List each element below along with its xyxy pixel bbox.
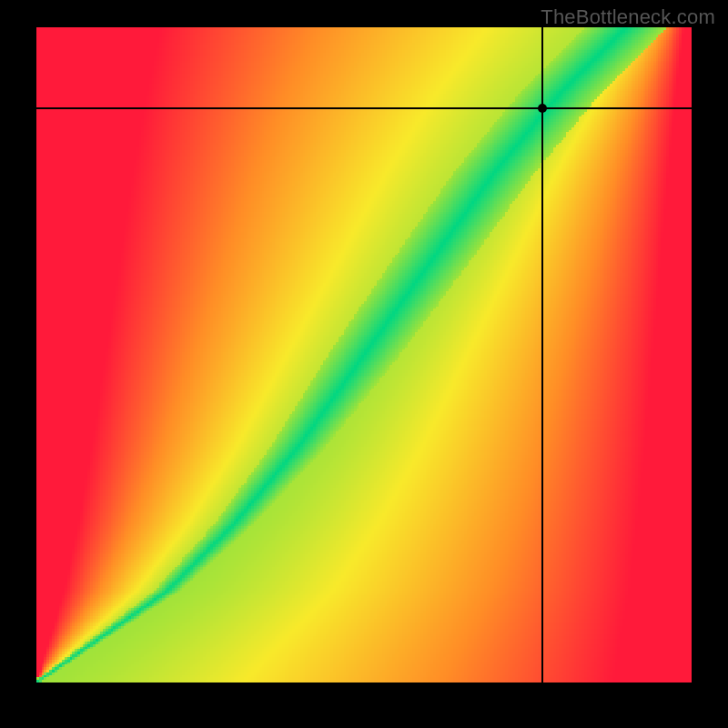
heatmap-plot xyxy=(36,27,692,682)
crosshair-horizontal xyxy=(36,107,692,109)
marker-dot xyxy=(538,104,547,113)
heatmap-canvas xyxy=(36,27,692,682)
crosshair-vertical xyxy=(541,27,543,682)
watermark-text: TheBottleneck.com xyxy=(541,5,715,29)
